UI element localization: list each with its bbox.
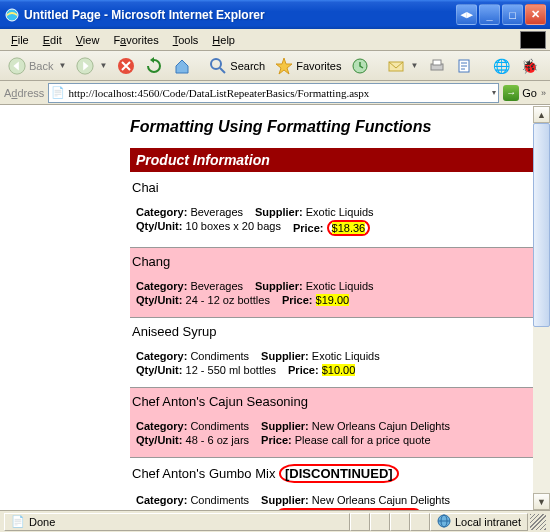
status-bar: 📄 Done Local intranet — [0, 510, 550, 532]
category-value: Condiments — [190, 350, 249, 362]
category-label: Category: — [136, 420, 187, 432]
back-icon — [8, 57, 26, 75]
price-label: Price: — [288, 364, 319, 376]
favorites-button[interactable]: Favorites — [271, 55, 345, 77]
menu-view[interactable]: View — [69, 32, 107, 48]
category-value: Beverages — [190, 206, 243, 218]
search-icon — [209, 57, 227, 75]
status-empty-3 — [390, 513, 410, 531]
stop-button[interactable] — [113, 55, 139, 77]
stop-icon — [117, 57, 135, 75]
search-label: Search — [230, 60, 265, 72]
print-icon — [428, 57, 446, 75]
price-label: Price: — [282, 294, 313, 306]
content-viewport[interactable]: Formatting Using Formatting FunctionsPro… — [0, 105, 550, 510]
svg-line-6 — [220, 68, 225, 73]
search-button[interactable]: Search — [205, 55, 269, 77]
status-empty-1 — [350, 513, 370, 531]
tool-button-1[interactable]: 🌐 — [488, 55, 514, 77]
links-chevron[interactable]: » — [541, 88, 546, 98]
mail-button[interactable]: ▼ — [383, 55, 422, 77]
refresh-button[interactable] — [141, 55, 167, 77]
ie-icon — [4, 7, 20, 23]
menu-tools[interactable]: Tools — [166, 32, 206, 48]
vertical-scrollbar[interactable]: ▲ ▼ — [533, 106, 550, 510]
home-icon — [173, 57, 191, 75]
menu-edit[interactable]: Edit — [36, 32, 69, 48]
zone-label: Local intranet — [455, 516, 521, 528]
tool-button-3[interactable]: 🔒 — [544, 55, 550, 77]
address-bar: Address 📄 ▾ → Go » — [0, 81, 550, 105]
history-icon — [351, 57, 369, 75]
close-button[interactable]: ✕ — [525, 4, 546, 25]
intranet-icon — [437, 514, 451, 530]
chevron-down-icon: ▼ — [58, 61, 66, 70]
scroll-up-button[interactable]: ▲ — [533, 106, 550, 123]
product-name: Aniseed Syrup — [130, 320, 542, 349]
category-label: Category: — [136, 206, 187, 218]
supplier-label: Supplier: — [261, 420, 309, 432]
price-value: Please call for a price quote — [295, 434, 431, 446]
go-button[interactable]: → Go — [503, 85, 537, 101]
menu-file[interactable]: File — [4, 32, 36, 48]
qty-label: Qty/Unit: — [136, 434, 182, 446]
category-label: Category: — [136, 350, 187, 362]
category-label: Category: — [136, 494, 187, 506]
status-pane: 📄 Done — [4, 513, 350, 531]
status-text: Done — [29, 516, 55, 528]
product-item: ChangCategory: BeveragesSupplier: Exotic… — [130, 248, 542, 317]
back-label: Back — [29, 60, 53, 72]
scroll-track[interactable] — [533, 123, 550, 493]
menu-favorites[interactable]: Favorites — [106, 32, 165, 48]
mail-icon — [387, 57, 405, 75]
category-value: Beverages — [190, 280, 243, 292]
edit-button[interactable] — [452, 55, 478, 77]
supplier-value: New Orleans Cajun Delights — [312, 494, 450, 506]
qty-value: 10 boxes x 20 bags — [186, 220, 281, 232]
home-button[interactable] — [169, 55, 195, 77]
price-value: $19.00 — [316, 294, 350, 306]
url-input[interactable] — [68, 87, 490, 99]
go-icon: → — [503, 85, 519, 101]
supplier-value: Exotic Liquids — [306, 206, 374, 218]
product-name: Chef Anton's Gumbo Mix [DISCONTINUED] — [130, 460, 542, 493]
category-value: Condiments — [190, 494, 249, 506]
discontinued-badge: [DISCONTINUED] — [279, 464, 399, 483]
window-title: Untitled Page - Microsoft Internet Explo… — [24, 8, 456, 22]
product-item: Chef Anton's Cajun SeasoningCategory: Co… — [130, 388, 542, 457]
price-value: $10.00 — [322, 364, 356, 376]
menu-help[interactable]: Help — [205, 32, 242, 48]
history-button[interactable] — [347, 55, 373, 77]
product-item: ChaiCategory: BeveragesSupplier: Exotic … — [130, 174, 542, 247]
refresh-icon — [145, 57, 163, 75]
status-empty-2 — [370, 513, 390, 531]
maximize-button[interactable]: □ — [502, 4, 523, 25]
tool-button-2[interactable]: 🐞 — [516, 55, 542, 77]
forward-button: ▼ — [72, 55, 111, 77]
status-empty-4 — [410, 513, 430, 531]
supplier-label: Supplier: — [261, 494, 309, 506]
globe-icon: 🌐 — [492, 57, 510, 75]
supplier-label: Supplier: — [255, 280, 303, 292]
supplier-label: Supplier: — [255, 206, 303, 218]
scroll-down-button[interactable]: ▼ — [533, 493, 550, 510]
window-titlebar: Untitled Page - Microsoft Internet Explo… — [0, 0, 550, 29]
url-field-wrap[interactable]: 📄 ▾ — [48, 83, 499, 103]
window-extra-button-1[interactable]: ◂▸ — [456, 4, 477, 25]
product-name: Chang — [130, 250, 542, 279]
resize-grip[interactable] — [530, 514, 546, 530]
menu-bar: File Edit View Favorites Tools Help — [0, 29, 550, 51]
svg-point-5 — [211, 59, 221, 69]
print-button[interactable] — [424, 55, 450, 77]
scroll-thumb[interactable] — [533, 123, 550, 327]
qty-value: 36 boxes — [186, 508, 231, 510]
forward-icon — [76, 57, 94, 75]
bug-icon: 🐞 — [520, 57, 538, 75]
toolbar: Back ▼ ▼ Search Favorites ▼ — [0, 51, 550, 81]
minimize-button[interactable]: _ — [479, 4, 500, 25]
chevron-down-icon[interactable]: ▾ — [492, 88, 496, 97]
supplier-value: Exotic Liquids — [312, 350, 380, 362]
svg-rect-10 — [433, 60, 441, 65]
price-label: Price: — [293, 222, 324, 234]
page-icon: 📄 — [51, 86, 65, 100]
